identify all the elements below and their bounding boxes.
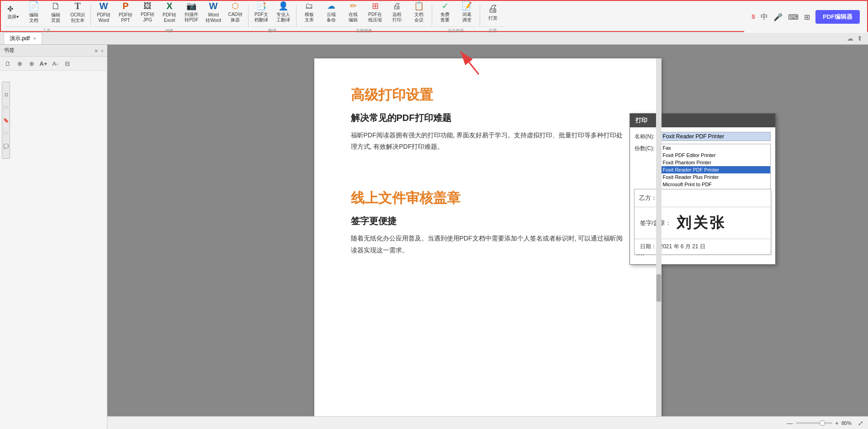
- sig-name-value: 刘关张: [677, 213, 726, 233]
- services-section-label: 文档服务: [298, 26, 430, 34]
- toolbar-section-tools: ✤ 选择▾ 📄 编辑文档 🗋 编辑页面 T OCR识别文本 工具: [5, 0, 89, 34]
- sig-name-row: 签字/盖章： 刘关张: [635, 207, 771, 239]
- cad-converter-button[interactable]: ⬡ CAD转换器: [224, 0, 246, 26]
- sidebar-collapse-btn[interactable]: »: [95, 47, 98, 54]
- online-edit-button[interactable]: ✏ 在线编辑: [342, 0, 364, 26]
- svg-line-1: [460, 52, 479, 74]
- printer-foxit-phantom[interactable]: Foxit Phantom Printer: [660, 159, 770, 166]
- printer-fax[interactable]: Fax: [660, 144, 770, 152]
- seal-section-body: 随着无纸化办公应用普及。当遇到使用PDF文档中需要添加个人签名或者标识时, 可以…: [351, 233, 625, 256]
- keyboard-icon[interactable]: ⌨: [788, 13, 799, 21]
- print-button[interactable]: 🖨 打赏: [482, 0, 504, 26]
- upload-icon[interactable]: ⬆: [857, 35, 863, 42]
- ocr-button[interactable]: T OCR识别文本: [67, 0, 89, 26]
- thesis-section-label: 论文助手: [434, 26, 478, 34]
- sig-date-label: 日期：: [640, 243, 656, 251]
- template-library-button[interactable]: 🗂 模板文库: [298, 0, 320, 26]
- print-name-input[interactable]: [660, 132, 771, 141]
- print-section-title: 高级打印设置: [351, 86, 625, 105]
- print-section-subtitle: 解决常见的PDF打印难题: [351, 112, 625, 124]
- remote-print-button[interactable]: 🖨 远程打印: [386, 0, 408, 26]
- separator-1: [90, 5, 91, 27]
- print-section-body: 福昕PDF阅读器拥有强大的打印功能, 界面友好易于学习。支持虚拟打印、批量打印等…: [351, 130, 625, 152]
- sig-party-label: 乙方：: [639, 194, 657, 202]
- free-check-button[interactable]: ✓ 免费查重: [434, 0, 456, 26]
- section-seal: 线上文件审核盖章 签字更便捷 随着无纸化办公应用普及。当遇到使用PDF文档中需要…: [351, 189, 625, 256]
- convert-section-label: 转换: [93, 26, 246, 34]
- pdf-editor-button[interactable]: PDF编辑器: [815, 10, 860, 24]
- separator-5: [480, 5, 480, 27]
- edit-doc-button[interactable]: 📄 编辑文档: [23, 0, 45, 26]
- sidebar-expand-btn[interactable]: ‹: [101, 47, 103, 54]
- top-icon-1[interactable]: 中: [761, 12, 768, 22]
- status-bar: — + 80% ⤢: [107, 416, 868, 429]
- sidebar-toolbar: 🗋 ⊕ ⊕ A+ A- ⊟: [0, 57, 107, 71]
- mic-icon[interactable]: 🎤: [773, 13, 783, 21]
- printer-foxit-pdf-editor[interactable]: Foxit PDF Editor Printer: [660, 152, 770, 159]
- signature-box: 乙方： 签字/盖章： 刘关张 日期： 2021 年 6 月 21 日: [634, 189, 771, 255]
- sidebar-title: 书签: [4, 47, 15, 54]
- pdf-merge-button[interactable]: ⊞ PDF在线压缩: [364, 0, 386, 26]
- pdf-to-excel-button[interactable]: X PDF转Excel: [159, 0, 180, 26]
- main-layout: 书签 » ‹ 🗋 ⊕ ⊕ A+ A- ⊟ 🗋 🔖 💬: [0, 45, 868, 429]
- content-area: 高级打印设置 解决常见的PDF打印难题 福昕PDF阅读器拥有强大的打印功能, 界…: [107, 45, 868, 429]
- separator-2: [248, 5, 249, 27]
- edit-page-button[interactable]: 🗋 编辑页面: [45, 0, 67, 26]
- sidebar-add2-icon[interactable]: ⊕: [26, 58, 37, 68]
- panel-icon-2[interactable]: 🔖: [2, 108, 10, 133]
- pdf-tab[interactable]: 演示.pdf ×: [4, 32, 42, 44]
- pdf-translate-button[interactable]: 📑 PDF文档翻译: [250, 0, 272, 26]
- doc-meeting-button[interactable]: 📋 文档会议: [408, 0, 430, 26]
- zoom-slider[interactable]: [796, 422, 832, 424]
- language-indicator: S: [752, 14, 755, 20]
- printer-foxit-plus[interactable]: Foxit Reader Plus Printer: [660, 173, 770, 181]
- sidebar-content: 🗋 🔖 💬: [0, 71, 107, 429]
- sidebar-add-icon[interactable]: ⊕: [15, 58, 25, 68]
- sidebar-font-large-icon[interactable]: A+: [38, 58, 48, 68]
- print-dialog-title: 打印: [630, 114, 775, 127]
- sig-date-row: 日期： 2021 年 6 月 21 日: [635, 239, 771, 254]
- seal-section-subtitle: 签字更便捷: [351, 215, 625, 227]
- scan-to-pdf-button[interactable]: 📷 扫描件转PDF: [180, 0, 202, 26]
- red-arrow: [451, 45, 488, 77]
- tab-close-button[interactable]: ×: [33, 36, 36, 41]
- translate-section-label: 翻译: [250, 26, 294, 34]
- sidebar-page-icon[interactable]: 🗋: [3, 58, 13, 68]
- zoom-value: 80%: [842, 420, 855, 426]
- pdf-to-ppt-button[interactable]: P PDF转PPT: [115, 0, 137, 26]
- sidebar-header: 书签 » ‹: [0, 45, 107, 57]
- panel-icon-1[interactable]: 🗋: [2, 82, 10, 107]
- print-name-row: 名称(N):: [635, 132, 771, 141]
- tab-bar: 演示.pdf × ☁ ⬆: [0, 32, 868, 45]
- zoom-thumb[interactable]: [820, 420, 825, 426]
- cloud-icon[interactable]: ☁: [847, 35, 853, 42]
- print-section-label: 打赏: [482, 26, 504, 34]
- vertical-scrollbar[interactable]: [656, 58, 662, 429]
- toolbar: ✤ 选择▾ 📄 编辑文档 🗋 编辑页面 T OCR识别文本 工具 W PDF转W…: [0, 0, 868, 32]
- grid-icon[interactable]: ⊞: [804, 13, 810, 21]
- toolbar-section-thesis: ✓ 免费查重 📝 词葛调变 论文助手: [434, 0, 478, 34]
- pro-translate-button[interactable]: 👤 专业人工翻译: [272, 0, 294, 26]
- sidebar-minus-icon[interactable]: ⊟: [62, 58, 72, 68]
- expand-icon[interactable]: ⤢: [858, 419, 863, 427]
- zoom-plus-button[interactable]: +: [835, 419, 839, 427]
- word-correction-button[interactable]: 📝 词葛调变: [456, 0, 478, 26]
- toolbar-section-print: 🖨 打赏 打赏: [482, 0, 504, 34]
- cloud-backup-button[interactable]: ☁ 云端备份: [320, 0, 342, 26]
- printer-foxit-reader[interactable]: Foxit Reader PDF Printer: [660, 166, 770, 173]
- sidebar-font-small-icon[interactable]: A-: [50, 58, 60, 68]
- pdf-page: 高级打印设置 解决常见的PDF打印难题 福昕PDF阅读器拥有强大的打印功能, 界…: [314, 58, 662, 429]
- sig-party-row: 乙方：: [635, 189, 771, 207]
- zoom-minus-button[interactable]: —: [787, 419, 793, 427]
- toolbar-section-services: 🗂 模板文库 ☁ 云端备份 ✏ 在线编辑 ⊞ PDF在线压缩 🖨 远程打印 📋: [298, 0, 430, 34]
- select-tool-button[interactable]: ✤ 选择▾: [5, 0, 23, 26]
- panel-icon-3[interactable]: 💬: [2, 134, 10, 159]
- section-print: 高级打印设置 解决常见的PDF打印难题 福昕PDF阅读器拥有强大的打印功能, 界…: [351, 86, 625, 152]
- word-to-pdf-button[interactable]: W Word转Word: [202, 0, 224, 26]
- printer-ms-pdf[interactable]: Microsoft Print to PDF: [660, 181, 770, 188]
- pdf-to-jpg-button[interactable]: 🖼 PDF转JPG: [137, 0, 159, 26]
- separator-3: [296, 5, 296, 27]
- pdf-to-word-button[interactable]: W PDF转Word: [93, 0, 115, 26]
- content-wrapper: 高级打印设置 解决常见的PDF打印难题 福昕PDF阅读器拥有强大的打印功能, 界…: [314, 58, 662, 429]
- scroll-thumb[interactable]: [656, 274, 661, 302]
